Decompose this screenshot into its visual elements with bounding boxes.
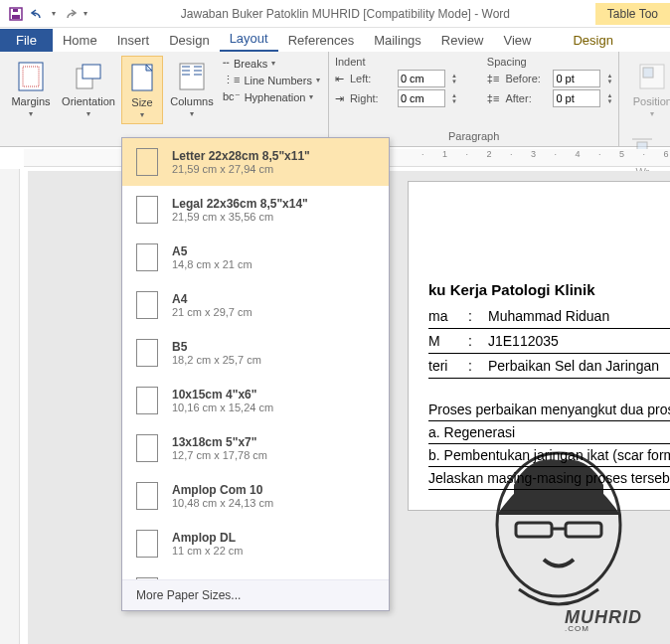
size-dropdown: Letter 22x28cm 8,5"x11" 21,59 cm x 27,94… [121, 137, 390, 611]
info-row: M:J1E112035 [428, 329, 670, 354]
para-line: a. Regenerasi [428, 421, 670, 444]
vertical-ruler [0, 169, 20, 644]
tab-mailings[interactable]: Mailings [364, 29, 431, 52]
breaks-icon: ╌ [223, 57, 230, 70]
page-icon [136, 148, 158, 176]
titlebar: ▾ ▾ Jawaban Buker Patoklin MUHRID [Compa… [0, 0, 670, 28]
redo-icon[interactable] [62, 6, 78, 22]
group-arrange: Position ▾ Wr Te [619, 52, 670, 146]
doc-heading: ku Kerja Patologi Klinik [428, 281, 670, 298]
spacing-before-input[interactable] [553, 70, 600, 87]
page-icon [136, 387, 158, 414]
indent-right-input[interactable] [398, 89, 445, 107]
svg-rect-2 [13, 9, 18, 12]
spacing-after-input[interactable] [553, 89, 600, 107]
page-icon [136, 434, 158, 462]
indent-right-icon: ⇥ [335, 92, 344, 105]
chevron-down-icon: ▾ [190, 109, 194, 118]
position-button: Position ▾ [627, 56, 670, 122]
svg-rect-8 [180, 64, 204, 89]
table-tools-tab-header: Table Too [595, 3, 670, 25]
quick-access-toolbar: ▾ ▾ [0, 6, 95, 22]
size-option[interactable]: Letter 22x28cm 8,5"x11" 21,59 cm x 27,94… [122, 138, 389, 186]
chevron-down-icon: ▾ [140, 110, 144, 119]
size-option[interactable]: Legal 22x36cm 8,5"x14" 21,59 cm x 35,56 … [122, 186, 389, 234]
size-icon [127, 61, 157, 94]
margins-icon [16, 60, 46, 93]
line-numbers-icon: ⋮≡ [223, 74, 240, 86]
para-line: b. Pembentukan jaringan ikat (scar forma… [428, 444, 670, 467]
page[interactable]: ku Kerja Patologi Klinik ma:Muhammad Rid… [408, 181, 670, 511]
hyphenation-button[interactable]: bc⁻Hyphenation▾ [221, 89, 322, 104]
chevron-down-icon: ▾ [29, 109, 33, 118]
spinner-icon[interactable]: ▲▼ [606, 73, 612, 84]
size-option[interactable]: 10x15cm 4"x6" 10,16 cm x 15,24 cm [122, 377, 389, 424]
tab-home[interactable]: Home [53, 29, 107, 52]
page-icon [136, 482, 158, 510]
margins-button[interactable]: Margins ▾ [6, 56, 56, 124]
svg-rect-1 [12, 15, 20, 19]
columns-button[interactable]: Columns ▾ [167, 56, 217, 124]
para-line: Proses perbaikan menyangkut dua proses y [428, 399, 670, 421]
tab-table-design[interactable]: Design [563, 29, 622, 52]
breaks-button[interactable]: ╌Breaks▾ [221, 56, 322, 71]
svg-rect-6 [83, 65, 100, 79]
orientation-icon [74, 60, 103, 93]
page-icon [136, 196, 158, 224]
size-option[interactable]: A4 21 cm x 29,7 cm [122, 281, 389, 329]
save-icon[interactable] [8, 6, 24, 22]
spinner-icon[interactable]: ▲▼ [451, 73, 457, 84]
size-option[interactable]: B5 18,2 cm x 25,7 cm [122, 329, 389, 377]
undo-icon[interactable] [30, 6, 46, 22]
group-paragraph: Indent ⇤Left:▲▼ ⇥Right:▲▼ Spacing ‡≡Befo… [329, 52, 619, 146]
indent-left-input[interactable] [398, 70, 445, 87]
page-icon [136, 530, 158, 558]
spinner-icon[interactable]: ▲▼ [606, 92, 612, 104]
ribbon: Margins ▾ Orientation ▾ Size ▾ Columns ▾… [0, 52, 670, 147]
position-icon [637, 60, 667, 93]
line-numbers-button[interactable]: ⋮≡Line Numbers▾ [221, 73, 322, 87]
tab-insert[interactable]: Insert [107, 29, 160, 52]
indent-left-icon: ⇤ [335, 73, 344, 85]
tab-layout[interactable]: Layout [220, 27, 278, 52]
window-title: Jawaban Buker Patoklin MUHRID [Compatibi… [95, 7, 595, 21]
size-button[interactable]: Size ▾ [121, 56, 163, 124]
page-icon [136, 243, 158, 271]
page-icon [136, 577, 158, 579]
size-option[interactable]: A5 14,8 cm x 21 cm [122, 234, 389, 281]
size-option[interactable]: Amplop Com 10 10,48 cm x 24,13 cm [122, 472, 389, 520]
tab-view[interactable]: View [493, 29, 541, 52]
columns-icon [177, 60, 207, 93]
para-line: Jelaskan masing-masing proses tersebut! [428, 467, 670, 490]
chevron-down-icon: ▾ [86, 109, 90, 118]
size-option[interactable]: 279,4x431,8mm 11"x17" (Berskala) 27,94 c… [122, 567, 389, 579]
watermark-text: MUHRID.COM [565, 607, 642, 630]
tab-references[interactable]: References [278, 29, 364, 52]
info-row: teri:Perbaikan Sel dan Jaringan [428, 354, 670, 379]
orientation-button[interactable]: Orientation ▾ [60, 56, 117, 124]
tab-file[interactable]: File [0, 29, 53, 52]
page-icon [136, 291, 158, 319]
spinner-icon[interactable]: ▲▼ [451, 92, 457, 104]
tab-design[interactable]: Design [159, 29, 219, 52]
undo-dropdown-icon[interactable]: ▾ [52, 9, 56, 18]
info-row: ma:Muhammad Riduan [428, 304, 670, 329]
more-paper-sizes[interactable]: More Paper Sizes... [122, 579, 389, 610]
qat-customize-icon[interactable]: ▾ [84, 9, 87, 18]
spacing-before-icon: ‡≡ [487, 73, 500, 84]
size-option[interactable]: Amplop DL 11 cm x 22 cm [122, 520, 389, 567]
group-page-setup: Margins ▾ Orientation ▾ Size ▾ Columns ▾… [0, 52, 329, 146]
page-icon [136, 339, 158, 367]
ribbon-tabs: File Home Insert Design Layout Reference… [0, 28, 670, 52]
hyphenation-icon: bc⁻ [223, 90, 241, 103]
svg-rect-16 [643, 68, 653, 78]
size-option[interactable]: 13x18cm 5"x7" 12,7 cm x 17,78 cm [122, 424, 389, 472]
spacing-after-icon: ‡≡ [487, 92, 500, 104]
tab-review[interactable]: Review [431, 29, 494, 52]
